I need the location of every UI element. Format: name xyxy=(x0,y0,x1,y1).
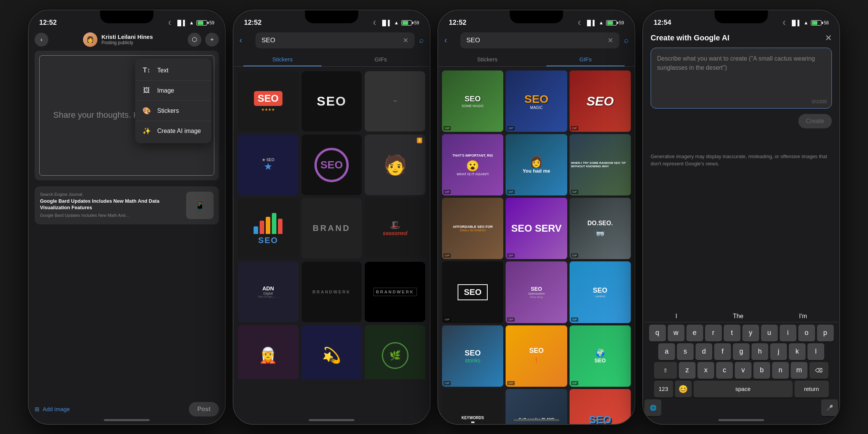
key-o[interactable]: o xyxy=(798,325,815,341)
key-k[interactable]: k xyxy=(789,343,806,360)
search-icon-2[interactable]: ⌕ xyxy=(419,36,424,45)
search-back-3[interactable]: ‹ xyxy=(444,35,456,45)
ai-close-button[interactable]: ✕ xyxy=(825,33,832,43)
key-t[interactable]: t xyxy=(724,325,740,341)
share-button[interactable]: ⬡ xyxy=(188,33,201,46)
menu-item-image[interactable]: 🖼 Image xyxy=(135,81,211,101)
tab-stickers-2[interactable]: Stickers xyxy=(233,52,332,66)
suggestion-1[interactable]: I xyxy=(675,313,677,320)
key-q[interactable]: q xyxy=(649,325,666,341)
ai-create-button[interactable]: Create xyxy=(798,114,832,128)
tab-gifs-2[interactable]: GIFs xyxy=(332,52,430,66)
news-card[interactable]: Search Engine Journal Google Bard Update… xyxy=(35,186,219,224)
search-icon-3[interactable]: ⌕ xyxy=(624,36,629,45)
key-f[interactable]: f xyxy=(714,343,731,360)
sticker-seo-dark[interactable]: ~ xyxy=(365,71,425,132)
search-clear-2[interactable]: ✕ xyxy=(403,36,408,45)
key-g[interactable]: g xyxy=(733,343,750,360)
gif-seo-3d[interactable]: SEO GIF xyxy=(570,389,631,424)
key-d[interactable]: d xyxy=(696,343,712,360)
search-back-2[interactable]: ‹ xyxy=(239,35,251,45)
key-u[interactable]: u xyxy=(761,325,778,341)
post-button[interactable]: Post xyxy=(189,402,219,416)
gif-seo-content[interactable]: SEO content GIF xyxy=(570,261,631,323)
tab-stickers-3[interactable]: Stickers xyxy=(438,52,536,66)
compose-area[interactable]: Share your thoughts. Keep it respectful.… xyxy=(35,51,219,180)
key-a[interactable]: a xyxy=(658,343,675,360)
phone-4-screen: 12:54 ☾ ▐▌▌ ▲ 58 Create with Google AI ✕ xyxy=(643,10,839,424)
gif-seo-box[interactable]: SEO GIF xyxy=(442,261,503,323)
key-j[interactable]: j xyxy=(770,343,787,360)
sticker-brand[interactable]: BRAND xyxy=(302,198,362,259)
gif-seo-magic[interactable]: SEO MAGIC GIF xyxy=(506,70,567,132)
menu-item-stickers[interactable]: 🎨 Stickers xyxy=(135,101,211,121)
key-delete[interactable]: ⌫ xyxy=(809,362,828,379)
key-globe[interactable]: 🌐 xyxy=(645,399,661,416)
key-s[interactable]: s xyxy=(677,343,694,360)
add-button[interactable]: + xyxy=(205,33,219,46)
key-emoji[interactable]: 😊 xyxy=(675,381,692,397)
ai-input-area[interactable]: Describe what you want to create ("A sma… xyxy=(651,48,832,109)
sticker-seo-card[interactable]: ★ SEO ★ xyxy=(238,135,298,195)
key-l[interactable]: l xyxy=(807,343,824,360)
key-p[interactable]: p xyxy=(817,325,834,341)
key-space[interactable]: space xyxy=(694,381,793,397)
sticker-seo-text[interactable]: SEO xyxy=(302,71,362,132)
sticker-seo-circle[interactable]: SEO xyxy=(302,135,362,195)
gif-do-seo[interactable]: DO.SEO. 🥽 GIF xyxy=(570,198,631,259)
sticker-brandwerk2[interactable]: BRANDWERK xyxy=(365,262,425,322)
menu-item-text[interactable]: T↕ Text xyxy=(135,61,211,81)
key-numbers[interactable]: 123 xyxy=(654,381,673,397)
gif-seo-keywords[interactable]: KEYWORDS ⌨️ GIF xyxy=(442,389,503,424)
key-i[interactable]: i xyxy=(780,325,796,341)
gif-seo-red[interactable]: SEO GIF xyxy=(570,70,631,132)
sticker-seasoned[interactable]: 🎩 seasoned xyxy=(365,198,425,259)
battery-fill-4 xyxy=(812,21,817,25)
search-clear-3[interactable]: ✕ xyxy=(608,36,613,45)
key-v[interactable]: v xyxy=(735,362,752,379)
key-r[interactable]: r xyxy=(705,325,722,341)
status-icons-2: ☾ ▐▌▌ ▲ 59 xyxy=(373,20,419,26)
suggestion-3[interactable]: I'm xyxy=(799,313,807,320)
add-image-button[interactable]: ⊞ Add image xyxy=(35,406,70,413)
key-h[interactable]: h xyxy=(752,343,768,360)
key-c[interactable]: c xyxy=(716,362,733,379)
sticker-circle-art[interactable]: 🌿 xyxy=(365,325,425,379)
key-row-5: 🌐 🎤 xyxy=(645,399,838,416)
key-x[interactable]: x xyxy=(697,362,714,379)
sticker-anime1[interactable]: 🧝 xyxy=(238,325,298,379)
sticker-brandwerk1[interactable]: BRANDWERK xyxy=(302,262,362,322)
gif-seo-optim[interactable]: SEO Optimization links blog GIF xyxy=(506,261,567,323)
gif-thats-important[interactable]: THAT'S IMPORTANT, RIG 😮 WHAT IS IT AGAIN… xyxy=(442,134,503,195)
sticker-seo-bars[interactable]: SEO xyxy=(238,198,298,259)
sticker-anime2[interactable]: 💫 xyxy=(302,325,362,379)
key-shift[interactable]: ⇧ xyxy=(654,362,677,379)
sticker-adn[interactable]: ADN Digital Web Design | ..... xyxy=(238,262,298,322)
back-button-1[interactable]: ‹ xyxy=(35,33,48,46)
gif-seo-stonks[interactable]: SEO stonks GIF xyxy=(442,325,503,387)
gif-affordable-seo[interactable]: AFFORDABLE SEO FOR SMALL BUSINESS GIF xyxy=(442,198,503,259)
gif-random-seo[interactable]: WHEN I TRY SOME RANDOM SEO TIP WITHOUT K… xyxy=(570,134,631,195)
key-mic[interactable]: 🎤 xyxy=(821,399,838,416)
key-z[interactable]: z xyxy=(679,362,696,379)
gif-label-14: GIF xyxy=(507,381,514,385)
key-b[interactable]: b xyxy=(753,362,770,379)
gif-seo-arrow[interactable]: SEO ↑ GIF xyxy=(506,325,567,387)
key-m[interactable]: m xyxy=(791,362,807,379)
suggestion-2[interactable]: The xyxy=(733,313,744,320)
search-input-2[interactable]: SEO ✕ xyxy=(255,32,415,48)
sticker-seo-mascot[interactable]: 🧑 $ xyxy=(365,135,425,195)
key-return[interactable]: return xyxy=(795,381,829,397)
menu-item-ai[interactable]: ✨ Create AI image xyxy=(135,121,211,141)
search-input-3[interactable]: SEO ✕ xyxy=(460,32,619,48)
key-y[interactable]: y xyxy=(742,325,759,341)
gif-seo-planet[interactable]: 🌍 SEO GIF xyxy=(570,325,631,387)
key-e[interactable]: e xyxy=(686,325,703,341)
gif-seo-tips[interactable]: SEO SOME MAGIC GIF xyxy=(442,70,503,132)
sticker-seo-badge[interactable]: SEO ★★★★ xyxy=(238,71,298,132)
tab-gifs-3[interactable]: GIFs xyxy=(536,52,635,66)
gif-seo-serv[interactable]: SEO SERV GIF xyxy=(506,198,567,259)
key-n[interactable]: n xyxy=(772,362,789,379)
gif-you-had-me[interactable]: 👩 You had me GIF xyxy=(506,134,567,195)
key-w[interactable]: w xyxy=(668,325,685,341)
